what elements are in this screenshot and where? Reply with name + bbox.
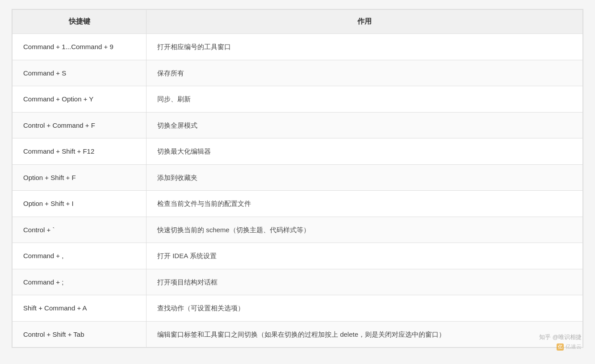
table-row: Option + Shift + F添加到收藏夹 bbox=[13, 164, 583, 191]
shortcut-cell: Command + 1...Command + 9 bbox=[13, 34, 147, 60]
description-cell: 打开项目结构对话框 bbox=[147, 269, 583, 295]
description-cell: 同步、刷新 bbox=[147, 86, 583, 113]
description-cell: 打开 IDEA 系统设置 bbox=[147, 243, 583, 269]
shortcut-cell: Control + Shift + Tab bbox=[13, 321, 147, 347]
table-row: Command + 1...Command + 9打开相应编号的工具窗口 bbox=[13, 34, 583, 60]
table-row: Control + Shift + Tab编辑窗口标签和工具窗口之间切换（如果在… bbox=[13, 321, 583, 347]
col-header-shortcut: 快捷键 bbox=[13, 10, 147, 34]
description-cell: 查找动作（可设置相关选项） bbox=[147, 295, 583, 322]
shortcut-cell: Command + Option + Y bbox=[13, 86, 147, 113]
table-row: Command + S保存所有 bbox=[13, 60, 583, 86]
description-cell: 添加到收藏夹 bbox=[147, 164, 583, 191]
shortcut-cell: Control + ` bbox=[13, 217, 147, 243]
description-cell: 检查当前文件与当前的配置文件 bbox=[147, 191, 583, 217]
table-header-row: 快捷键 作用 bbox=[13, 10, 583, 34]
table-row: Command + ;打开项目结构对话框 bbox=[13, 269, 583, 295]
shortcut-table-wrapper: 快捷键 作用 Command + 1...Command + 9打开相应编号的工… bbox=[12, 9, 583, 348]
shortcut-table: 快捷键 作用 Command + 1...Command + 9打开相应编号的工… bbox=[12, 9, 583, 347]
description-cell: 编辑窗口标签和工具窗口之间切换（如果在切换的过程加按上 delete，则是关闭对… bbox=[147, 321, 583, 347]
table-row: Control + `快速切换当前的 scheme（切换主题、代码样式等） bbox=[13, 217, 583, 243]
shortcut-cell: Command + , bbox=[13, 243, 147, 269]
shortcut-cell: Control + Command + F bbox=[13, 112, 147, 138]
description-cell: 切换全屏模式 bbox=[147, 112, 583, 138]
description-cell: 保存所有 bbox=[147, 60, 583, 86]
shortcut-cell: Command + ; bbox=[13, 269, 147, 295]
shortcut-cell: Option + Shift + F bbox=[13, 164, 147, 191]
table-row: Command + Option + Y同步、刷新 bbox=[13, 86, 583, 113]
watermark-yisu-text: 亿速云 bbox=[566, 343, 582, 351]
shortcut-cell: Option + Shift + I bbox=[13, 191, 147, 217]
shortcut-cell: Shift + Command + A bbox=[13, 295, 147, 322]
table-row: Shift + Command + A查找动作（可设置相关选项） bbox=[13, 295, 583, 322]
shortcut-cell: Command + S bbox=[13, 60, 147, 86]
table-row: Control + Command + F切换全屏模式 bbox=[13, 112, 583, 138]
table-row: Command + ,打开 IDEA 系统设置 bbox=[13, 243, 583, 269]
description-cell: 快速切换当前的 scheme（切换主题、代码样式等） bbox=[147, 217, 583, 243]
yisu-icon: 亿 bbox=[557, 343, 564, 351]
shortcut-cell: Command + Shift + F12 bbox=[13, 138, 147, 165]
description-cell: 切换最大化编辑器 bbox=[147, 138, 583, 165]
watermark-zhihu: 知乎 @唯识相捷 bbox=[539, 333, 582, 341]
watermark: 知乎 @唯识相捷 亿 亿速云 bbox=[539, 333, 582, 351]
col-header-description: 作用 bbox=[147, 10, 583, 34]
watermark-yisu: 亿 亿速云 bbox=[557, 343, 582, 351]
table-row: Command + Shift + F12切换最大化编辑器 bbox=[13, 138, 583, 165]
description-cell: 打开相应编号的工具窗口 bbox=[147, 34, 583, 60]
table-row: Option + Shift + I检查当前文件与当前的配置文件 bbox=[13, 191, 583, 217]
